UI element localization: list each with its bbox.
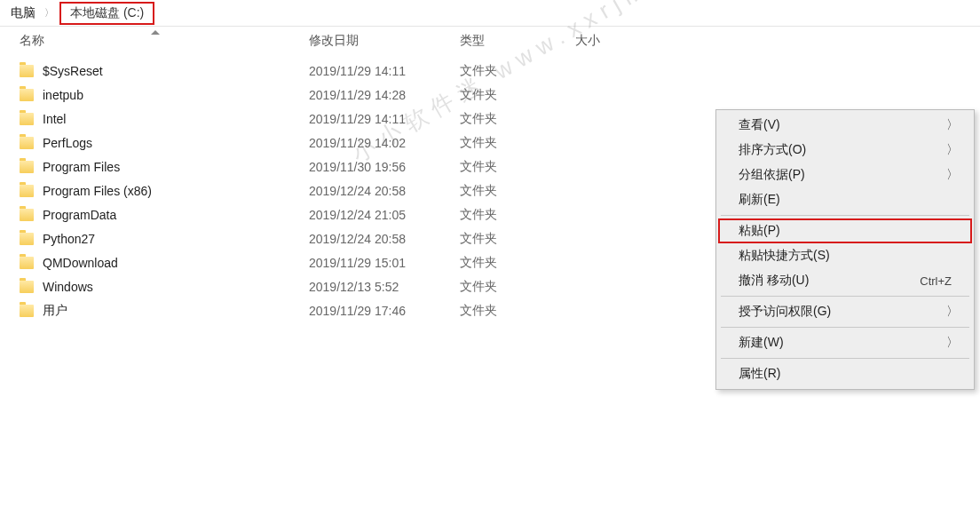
folder-icon — [20, 89, 34, 101]
folder-icon — [20, 209, 34, 221]
chevron-right-icon: 〉 — [43, 6, 56, 20]
breadcrumb-item-computer[interactable]: 电脑 — [4, 2, 43, 25]
menu-item-undo[interactable]: 撤消 移动(U)Ctrl+Z — [719, 268, 971, 293]
menu-item-view[interactable]: 查看(V)〉 — [719, 113, 971, 138]
chevron-right-icon: 〉 — [946, 304, 959, 320]
menu-item-refresh[interactable]: 刷新(E) — [719, 187, 971, 212]
breadcrumb[interactable]: 电脑 〉 本地磁盘 (C:) — [0, 0, 980, 27]
menu-item-sort[interactable]: 排序方式(O)〉 — [719, 138, 971, 163]
folder-icon — [20, 305, 34, 317]
menu-item-paste-shortcut[interactable]: 粘贴快捷方式(S) — [719, 243, 971, 268]
breadcrumb-item-drive-c[interactable]: 本地磁盘 (C:) — [59, 2, 154, 25]
folder-icon — [20, 185, 34, 197]
sort-arrow-icon — [151, 30, 160, 35]
folder-icon — [20, 65, 34, 77]
menu-separator — [721, 358, 969, 359]
chevron-right-icon: 〉 — [946, 142, 959, 158]
context-menu: 查看(V)〉 排序方式(O)〉 分组依据(P)〉 刷新(E) 粘贴(P) 粘贴快… — [715, 109, 975, 390]
folder-icon — [20, 113, 34, 125]
column-header-size[interactable]: 大小 — [575, 33, 664, 49]
menu-item-new[interactable]: 新建(W)〉 — [719, 330, 971, 355]
menu-separator — [721, 296, 969, 297]
column-header-date[interactable]: 修改日期 — [309, 33, 460, 49]
menu-item-access[interactable]: 授予访问权限(G)〉 — [719, 299, 971, 324]
file-row[interactable]: inetpub2019/11/29 14:28文件夹 — [0, 83, 980, 107]
folder-icon — [20, 257, 34, 269]
column-header-name[interactable]: 名称 — [20, 33, 309, 49]
file-row[interactable]: $SysReset2019/11/29 14:11文件夹 — [0, 59, 980, 83]
folder-icon — [20, 233, 34, 245]
chevron-right-icon: 〉 — [946, 335, 959, 351]
menu-item-paste[interactable]: 粘贴(P) — [718, 218, 972, 243]
folder-icon — [20, 161, 34, 173]
menu-item-properties[interactable]: 属性(R) — [719, 361, 971, 386]
folder-icon — [20, 281, 34, 293]
menu-separator — [721, 215, 969, 216]
chevron-right-icon: 〉 — [946, 167, 959, 183]
column-header-type[interactable]: 类型 — [460, 33, 575, 49]
menu-item-group[interactable]: 分组依据(P)〉 — [719, 163, 971, 187]
chevron-right-icon: 〉 — [946, 117, 959, 133]
menu-separator — [721, 327, 969, 328]
column-headers: 名称 修改日期 类型 大小 — [0, 27, 980, 55]
folder-icon — [20, 137, 34, 149]
